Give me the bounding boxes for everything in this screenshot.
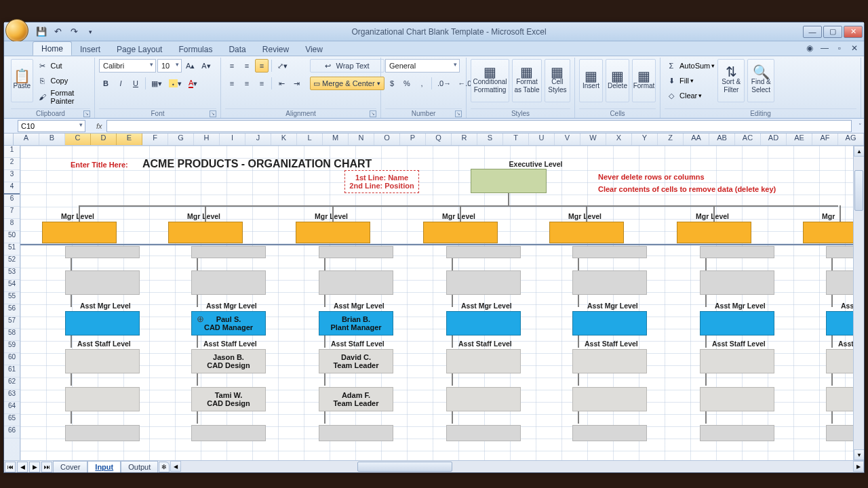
staff-box[interactable] xyxy=(700,349,774,373)
staff-box-partial[interactable] xyxy=(65,246,140,258)
decrease-font-icon[interactable]: A▾ xyxy=(199,59,213,73)
row-header-50[interactable]: 50 xyxy=(4,231,20,243)
col-header-Y[interactable]: Y xyxy=(632,134,658,145)
col-header-C[interactable]: C xyxy=(65,134,91,145)
staff-box[interactable] xyxy=(826,349,853,373)
tab-page-layout[interactable]: Page Layout xyxy=(108,43,170,56)
alignment-launcher-icon[interactable]: ↘ xyxy=(370,110,376,117)
sheet-tab-output[interactable]: Output xyxy=(121,461,158,472)
staff-box[interactable] xyxy=(700,270,774,295)
asst-mgr-box[interactable] xyxy=(700,311,774,336)
staff-box[interactable] xyxy=(572,349,647,373)
tab-data[interactable]: Data xyxy=(220,43,254,56)
find-select-button[interactable]: 🔍Find & Select xyxy=(747,59,774,102)
worksheet-grid[interactable]: 1234678505152535455565758596061626364656… xyxy=(4,146,864,460)
asst-mgr-box[interactable] xyxy=(826,311,853,336)
fill-label[interactable]: Fill xyxy=(679,77,689,85)
staff-box[interactable] xyxy=(319,425,393,441)
cell-styles-button[interactable]: ▦ Cell Styles xyxy=(545,59,570,102)
sheet-tab-input[interactable]: Input xyxy=(87,461,121,472)
column-headers[interactable]: ABCDEFGHIJKLMNOPQRSTUVWXYZAAABACADAEAFAG xyxy=(4,134,864,146)
format-as-table-button[interactable]: ▦ Format as Table xyxy=(512,59,542,102)
staff-box-partial[interactable] xyxy=(446,246,521,258)
autosum-icon[interactable]: Σ xyxy=(665,59,678,73)
col-header-D[interactable]: D xyxy=(91,134,117,145)
col-header-M[interactable]: M xyxy=(323,134,349,145)
format-painter-icon[interactable]: 🖌 xyxy=(36,90,50,104)
staff-box[interactable] xyxy=(446,387,521,411)
col-header-X[interactable]: X xyxy=(606,134,632,145)
border-button[interactable]: ▦▾ xyxy=(149,77,165,90)
col-header-O[interactable]: O xyxy=(374,134,400,145)
office-button[interactable] xyxy=(5,19,28,42)
row-header-4[interactable]: 4 xyxy=(4,182,20,195)
row-header-1[interactable]: 1 xyxy=(4,146,20,158)
sort-filter-button[interactable]: ⇅Sort & Filter xyxy=(717,59,745,102)
qat-dropdown-icon[interactable]: ▾ xyxy=(84,26,96,38)
comma-button[interactable]: , xyxy=(415,77,429,90)
mgr-box[interactable] xyxy=(677,222,751,243)
font-size-combo[interactable]: 10 xyxy=(157,59,182,73)
align-bottom-icon[interactable]: ≡ xyxy=(255,59,269,73)
row-header-3[interactable]: 3 xyxy=(4,170,20,182)
formula-bar-input[interactable] xyxy=(106,120,852,132)
col-header-V[interactable]: V xyxy=(555,134,580,145)
align-top-icon[interactable]: ≡ xyxy=(225,59,239,73)
staff-box[interactable] xyxy=(572,425,647,441)
row-header-62[interactable]: 62 xyxy=(4,378,20,390)
staff-box-partial[interactable] xyxy=(319,246,393,258)
scroll-up-icon[interactable]: ▲ xyxy=(854,146,864,157)
copy-icon[interactable]: ⎘ xyxy=(36,74,50,87)
number-format-combo[interactable]: General xyxy=(385,59,460,73)
align-middle-icon[interactable]: ≡ xyxy=(240,59,254,73)
sheet-nav-prev-icon[interactable]: ◀ xyxy=(17,462,28,472)
name-box[interactable]: C10 xyxy=(18,120,85,132)
fill-color-button[interactable]: ⬩▾ xyxy=(166,77,184,90)
sheet-canvas[interactable]: Enter Title Here: ACME PRODUCTS - ORGANI… xyxy=(20,146,853,460)
tab-view[interactable]: View xyxy=(297,43,331,56)
sheet-nav-last-icon[interactable]: ⏭ xyxy=(41,462,52,472)
mgr-box[interactable] xyxy=(168,222,243,243)
staff-box[interactable] xyxy=(826,425,853,441)
col-header-B[interactable]: B xyxy=(39,134,65,145)
tab-formulas[interactable]: Formulas xyxy=(170,43,220,56)
cut-label[interactable]: Cut xyxy=(51,62,62,70)
scroll-right-icon[interactable]: ▶ xyxy=(853,461,864,472)
col-header-AC[interactable]: AC xyxy=(735,134,761,145)
new-sheet-icon[interactable]: ✻ xyxy=(159,462,170,472)
col-header-N[interactable]: N xyxy=(349,134,374,145)
staff-box[interactable]: Jason B.CAD Design xyxy=(191,349,266,373)
mgr-box[interactable] xyxy=(803,222,853,243)
col-header-AB[interactable]: AB xyxy=(709,134,735,145)
minimize-button[interactable]: — xyxy=(803,26,822,38)
row-header-8[interactable]: 8 xyxy=(4,219,20,231)
save-icon[interactable]: 💾 xyxy=(35,26,47,38)
align-center-icon[interactable]: ≡ xyxy=(240,77,254,90)
col-header-E[interactable]: E xyxy=(117,134,142,145)
tab-home[interactable]: Home xyxy=(33,41,72,56)
font-family-combo[interactable]: Calibri xyxy=(99,59,156,73)
asst-mgr-box[interactable] xyxy=(446,311,521,336)
org-chart-title[interactable]: ACME PRODUCTS - ORGANIZATION CHART xyxy=(142,158,372,170)
row-header-52[interactable]: 52 xyxy=(4,256,20,268)
merge-center-button[interactable]: ▭Merge & Center▾ xyxy=(310,77,384,90)
mgr-box[interactable] xyxy=(296,222,370,243)
staff-box[interactable] xyxy=(446,425,521,441)
tab-insert[interactable]: Insert xyxy=(72,43,108,56)
staff-box-partial[interactable] xyxy=(700,246,774,258)
autosum-label[interactable]: AutoSum xyxy=(679,62,710,70)
mgr-box[interactable] xyxy=(423,222,498,243)
row-header-56[interactable]: 56 xyxy=(4,304,20,317)
col-header-W[interactable]: W xyxy=(580,134,606,145)
close-button[interactable]: ✕ xyxy=(844,26,863,38)
row-header-64[interactable]: 64 xyxy=(4,402,20,414)
col-header-AF[interactable]: AF xyxy=(812,134,838,145)
sheet-tab-cover[interactable]: Cover xyxy=(53,461,87,472)
ribbon-minimize-icon[interactable]: — xyxy=(819,43,830,54)
row-header-60[interactable]: 60 xyxy=(4,353,20,365)
insert-cells-button[interactable]: ▦Insert xyxy=(579,59,603,102)
delete-cells-button[interactable]: ▦Delete xyxy=(606,59,629,102)
row-header-65[interactable]: 65 xyxy=(4,414,20,426)
asst-mgr-box[interactable] xyxy=(65,311,140,336)
col-header-L[interactable]: L xyxy=(297,134,323,145)
